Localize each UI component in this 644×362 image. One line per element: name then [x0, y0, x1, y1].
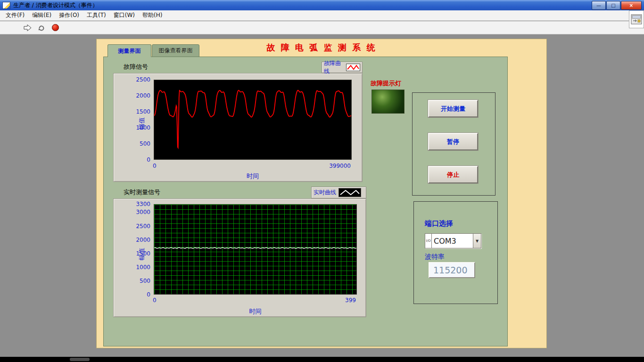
menu-item[interactable]: 工具(T) — [83, 10, 110, 21]
realtime-legend-sample-icon — [339, 188, 361, 197]
fault-legend[interactable]: 故障曲线 — [322, 62, 363, 73]
y-tick-label: 3000 — [114, 209, 150, 215]
realtime-x-axis-title: 时间 — [154, 307, 357, 316]
y-tick-label: 2500 — [114, 76, 150, 83]
run-button[interactable] — [23, 23, 33, 33]
screen: 生产者 / 消费者设计模式（事件） — □ × 文件(F)编辑(E)操作(O)工… — [0, 0, 644, 362]
realtime-x-tick-max: 399 — [345, 297, 356, 304]
port-select-title: 端口选择 — [425, 219, 453, 228]
fault-legend-sample-icon — [346, 64, 360, 71]
tab-measurement[interactable]: 测量界面 — [107, 44, 151, 57]
fault-x-tick-max: 399000 — [329, 163, 351, 169]
fault-signal-chart: 幅值 0 399000 时间 25002000150010005000 — [113, 73, 363, 182]
abort-button[interactable] — [50, 23, 60, 33]
toolbar — [0, 21, 644, 34]
fault-led-indicator — [372, 90, 405, 114]
abort-icon — [52, 24, 59, 31]
y-tick-label: 0 — [114, 291, 150, 298]
minimize-button[interactable]: — — [592, 1, 606, 10]
realtime-legend[interactable]: 实时曲线 — [311, 187, 366, 198]
realtime-signal-chart: 幅值 0 399 时间 3300300025002000150010005000 — [113, 198, 366, 317]
y-tick-label: 3300 — [114, 201, 150, 207]
y-tick-label: 0 — [114, 156, 150, 163]
maximize-button[interactable]: □ — [606, 1, 620, 10]
realtime-legend-label: 实时曲线 — [314, 189, 336, 197]
io-icon: I/O — [425, 233, 432, 248]
start-measure-button[interactable]: 开始测量 — [428, 100, 478, 117]
vi-icon-pane[interactable] — [629, 10, 644, 28]
close-button[interactable]: × — [621, 1, 642, 10]
chevron-down-icon: ▼ — [476, 239, 479, 243]
menu-item[interactable]: 窗口(W) — [110, 10, 139, 21]
menu-item[interactable]: 帮助(H) — [139, 10, 166, 21]
baud-rate-display: 115200 — [429, 262, 475, 278]
fault-x-axis-title: 时间 — [154, 172, 352, 181]
pause-button[interactable]: 暂停 — [428, 133, 478, 150]
fault-led-label: 故障提示灯 — [371, 79, 401, 88]
combo-dropdown-button[interactable]: ▼ — [473, 233, 481, 248]
realtime-x-tick-min: 0 — [153, 297, 157, 304]
com-port-field[interactable]: COM3 — [432, 233, 473, 248]
y-tick-label: 500 — [114, 140, 150, 147]
visa-resource-combo[interactable]: I/O COM3 ▼ — [425, 233, 481, 248]
run-arrow-icon — [24, 24, 32, 32]
titlebar: 生产者 / 消费者设计模式（事件） — □ × — [0, 0, 644, 10]
menu-item[interactable]: 编辑(E) — [28, 10, 55, 21]
taskbar-nub — [70, 358, 90, 361]
fault-plot-area — [154, 80, 352, 160]
fault-legend-label: 故障曲线 — [324, 59, 344, 75]
y-tick-label: 1000 — [114, 264, 150, 271]
menu-item[interactable]: 文件(F) — [2, 10, 28, 21]
menubar-items: 文件(F)编辑(E)操作(O)工具(T)窗口(W)帮助(H) — [0, 10, 644, 21]
realtime-plot-area — [154, 204, 357, 295]
fault-waveform — [154, 80, 351, 159]
continuous-run-button[interactable] — [36, 23, 47, 33]
vi-icon — [631, 14, 642, 25]
window-controls: — □ × — [591, 1, 642, 10]
labview-app-icon — [2, 2, 10, 9]
continuous-run-icon — [38, 24, 45, 32]
y-tick-label: 1500 — [114, 108, 150, 115]
y-tick-label: 2000 — [114, 92, 150, 99]
y-tick-label: 1500 — [114, 250, 150, 257]
baud-rate-label: 波特率 — [425, 253, 445, 261]
realtime-chart-label: 实时测量信号 — [124, 188, 160, 197]
y-tick-label: 1000 — [114, 124, 150, 131]
window-title: 生产者 / 消费者设计模式（事件） — [13, 1, 644, 9]
tab-image-view[interactable]: 图像查看界面 — [152, 44, 199, 57]
screen-bottom-strip — [0, 357, 644, 362]
y-tick-label: 2500 — [114, 223, 150, 230]
menu-item[interactable]: 操作(O) — [55, 10, 83, 21]
stop-button[interactable]: 停止 — [428, 166, 478, 183]
realtime-waveform — [154, 205, 356, 294]
fault-chart-label: 故障信号 — [124, 63, 148, 71]
y-tick-label: 500 — [114, 278, 150, 284]
fault-x-tick-min: 0 — [153, 163, 157, 169]
y-tick-label: 2000 — [114, 237, 150, 243]
